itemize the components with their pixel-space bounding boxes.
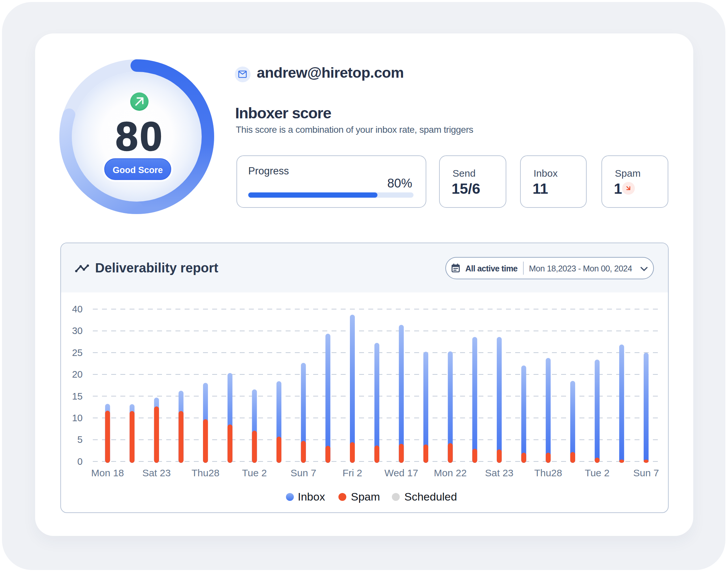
svg-text:Sat 23: Sat 23 [142, 468, 171, 478]
svg-text:5: 5 [77, 434, 83, 445]
svg-text:Fri 2: Fri 2 [343, 468, 362, 478]
svg-text:Thu28: Thu28 [534, 468, 562, 478]
svg-text:0: 0 [77, 456, 83, 467]
svg-text:Sun 7: Sun 7 [633, 468, 659, 478]
svg-text:Tue 2: Tue 2 [242, 468, 267, 478]
svg-text:25: 25 [72, 348, 83, 358]
svg-text:15: 15 [72, 391, 83, 402]
svg-text:Inbox: Inbox [298, 490, 325, 503]
svg-text:Mon 22: Mon 22 [434, 468, 467, 478]
svg-text:Thu28: Thu28 [192, 468, 219, 478]
svg-text:Sun 7: Sun 7 [290, 468, 316, 478]
svg-text:20: 20 [72, 369, 83, 379]
svg-text:Scheduled: Scheduled [404, 490, 457, 503]
svg-text:30: 30 [72, 326, 83, 336]
svg-text:Wed 17: Wed 17 [384, 468, 418, 478]
svg-text:Tue 2: Tue 2 [585, 468, 610, 478]
svg-text:Spam: Spam [351, 490, 380, 503]
svg-text:10: 10 [72, 413, 83, 423]
svg-text:40: 40 [72, 304, 83, 314]
svg-text:Sat 23: Sat 23 [485, 468, 514, 478]
svg-text:Mon 18: Mon 18 [91, 468, 124, 478]
